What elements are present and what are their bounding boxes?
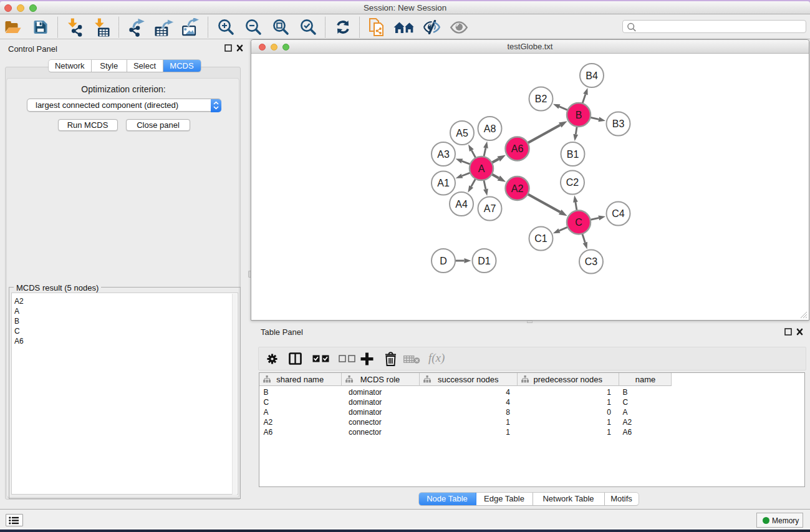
svg-text:D: D [440,256,447,266]
svg-text:C4: C4 [612,208,625,219]
svg-text:B4: B4 [586,70,598,81]
svg-text:C: C [575,217,582,228]
svg-text:D1: D1 [478,256,491,266]
svg-text:A5: A5 [456,128,468,138]
svg-text:A: A [478,163,485,174]
svg-text:B1: B1 [567,149,579,160]
svg-text:A2: A2 [511,183,524,194]
svg-text:C2: C2 [566,177,579,188]
svg-text:A3: A3 [437,149,450,160]
svg-text:A4: A4 [455,199,468,210]
svg-text:B3: B3 [612,118,625,129]
svg-text:A1: A1 [437,178,450,188]
svg-text:B: B [576,110,582,120]
svg-text:C3: C3 [585,256,598,267]
svg-text:A6: A6 [511,143,524,154]
svg-text:C1: C1 [534,233,547,244]
svg-text:A8: A8 [484,123,496,134]
svg-text:A7: A7 [484,203,496,214]
svg-text:B2: B2 [535,94,547,104]
